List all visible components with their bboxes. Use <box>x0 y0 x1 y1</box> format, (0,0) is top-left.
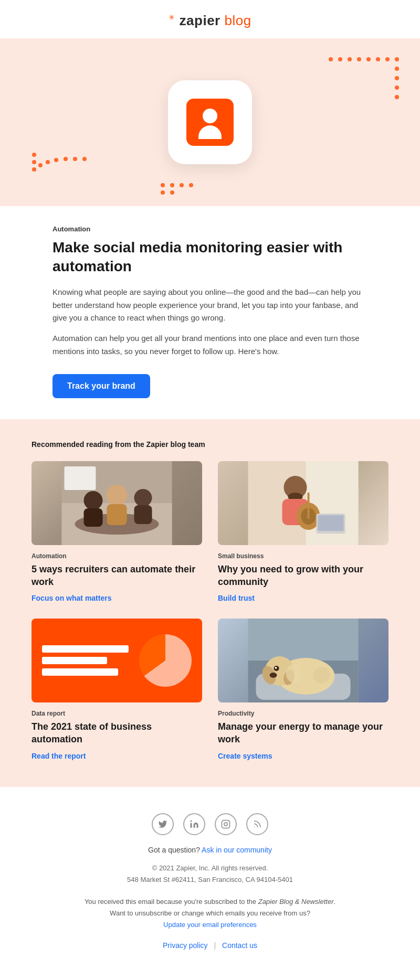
svg-rect-46 <box>318 515 344 531</box>
decorative-dots-left <box>29 122 92 175</box>
card-2-title: Why you need to grow with your community <box>218 563 388 589</box>
svg-rect-44 <box>308 493 310 519</box>
linkedin-icon[interactable] <box>183 813 205 835</box>
article-body-1: Knowing what people are saying about you… <box>52 286 368 325</box>
contact-us-link[interactable]: Contact us <box>222 941 257 950</box>
svg-rect-31 <box>84 508 103 527</box>
chart-bar-3 <box>42 668 118 676</box>
svg-point-3 <box>54 158 58 162</box>
svg-point-4 <box>64 157 68 161</box>
logo-zapier-text: zapier <box>180 13 220 28</box>
svg-point-20 <box>395 95 399 99</box>
article-category: Automation <box>52 225 368 233</box>
hero-icon-card <box>168 80 252 164</box>
svg-point-11 <box>348 57 352 61</box>
svg-point-17 <box>395 67 399 71</box>
community-link[interactable]: Ask in our community <box>202 846 272 854</box>
card-4-category: Productivity <box>218 710 388 717</box>
card-1-category: Automation <box>32 552 202 560</box>
recommended-title: Recommended reading from the Zapier blog… <box>32 440 388 449</box>
card-3-category: Data report <box>32 710 202 717</box>
svg-point-56 <box>275 667 277 669</box>
footer-question: Got a question? Ask in our community <box>52 846 368 854</box>
newsletter-name: Zapier Blog & Newsletter <box>258 898 334 906</box>
recommended-section: Recommended reading from the Zapier blog… <box>0 419 420 787</box>
card-data-report: Data report The 2021 state of business a… <box>32 619 202 761</box>
svg-point-1 <box>38 163 43 167</box>
preferences-link[interactable]: Update your email preferences <box>163 921 257 929</box>
svg-point-19 <box>395 86 399 90</box>
social-icons <box>52 813 368 835</box>
card-recruiters: Automation 5 ways recruiters can automat… <box>32 461 202 603</box>
footer-copyright: © 2021 Zapier, Inc. All rights reserved.… <box>52 862 368 886</box>
svg-point-9 <box>329 57 333 61</box>
svg-point-15 <box>385 57 390 61</box>
footer-divider: | <box>214 941 216 950</box>
card-image-dog <box>218 619 388 702</box>
svg-point-61 <box>191 820 192 822</box>
dog-illustration <box>218 619 388 702</box>
rss-icon[interactable] <box>246 813 268 835</box>
svg-rect-33 <box>107 504 127 525</box>
svg-point-32 <box>107 485 128 506</box>
svg-point-8 <box>32 153 36 157</box>
track-brand-button[interactable]: Track your brand <box>52 374 150 398</box>
svg-point-12 <box>357 57 361 61</box>
card-3-link[interactable]: Read the report <box>32 752 86 760</box>
svg-point-0 <box>32 167 36 172</box>
article-title: Make social media monitoring easier with… <box>52 238 368 276</box>
person-head <box>203 109 217 123</box>
svg-point-26 <box>170 190 174 195</box>
svg-point-25 <box>161 190 165 195</box>
svg-point-18 <box>395 76 399 80</box>
svg-point-64 <box>227 822 228 823</box>
svg-point-7 <box>32 160 36 164</box>
logo-blog-text: blog <box>224 13 251 28</box>
footer-bottom-links: Privacy policy | Contact us <box>52 941 368 950</box>
card-2-category: Small business <box>218 552 388 560</box>
chart-bars <box>42 645 129 676</box>
copyright-text: © 2021 Zapier, Inc. All rights reserved. <box>152 864 268 872</box>
card-image-chart <box>32 619 202 702</box>
card-3-title: The 2021 state of business automation <box>32 720 202 746</box>
svg-point-22 <box>170 183 174 187</box>
chart-circle <box>139 634 192 687</box>
guitar-illustration <box>218 461 388 545</box>
email-header: ✳ zapier blog <box>0 0 420 38</box>
main-article: Automation Make social media monitoring … <box>0 206 420 419</box>
privacy-policy-link[interactable]: Privacy policy <box>163 941 208 950</box>
instagram-icon[interactable] <box>215 813 237 835</box>
person-body <box>198 125 222 139</box>
meeting-illustration <box>32 461 202 545</box>
card-2-link[interactable]: Build trust <box>218 594 255 602</box>
card-productivity: Productivity Manage your energy to manag… <box>218 619 388 761</box>
card-4-title: Manage your energy to manage your work <box>218 720 388 746</box>
svg-point-6 <box>82 157 87 161</box>
address-text: 548 Market St #62411, San Francisco, CA … <box>127 876 293 883</box>
card-image-meeting <box>32 461 202 545</box>
svg-rect-62 <box>222 820 230 828</box>
decorative-dots-bottom <box>158 180 200 196</box>
twitter-icon[interactable] <box>152 813 174 835</box>
svg-point-23 <box>180 183 184 187</box>
card-4-link[interactable]: Create systems <box>218 752 272 760</box>
svg-point-65 <box>254 826 255 827</box>
svg-point-2 <box>46 160 50 164</box>
article-body-2: Automation can help you get all your bra… <box>52 332 368 358</box>
svg-point-5 <box>73 157 77 161</box>
svg-point-24 <box>189 183 193 187</box>
svg-point-30 <box>84 491 103 510</box>
svg-point-60 <box>313 667 330 684</box>
svg-point-34 <box>134 489 152 507</box>
svg-point-13 <box>366 57 371 61</box>
chart-bar-2 <box>42 657 107 664</box>
card-1-link[interactable]: Focus on what matters <box>32 594 111 602</box>
chart-bar-1 <box>42 645 129 653</box>
hero-section <box>0 38 420 206</box>
cards-grid: Automation 5 ways recruiters can automat… <box>32 461 388 761</box>
person-icon <box>186 99 234 146</box>
footer-question-text: Got a question? <box>148 846 200 854</box>
logo: ✳ zapier blog <box>0 13 420 29</box>
footer-legal: You received this email because you're s… <box>52 896 368 931</box>
decorative-dots-right <box>326 54 399 101</box>
